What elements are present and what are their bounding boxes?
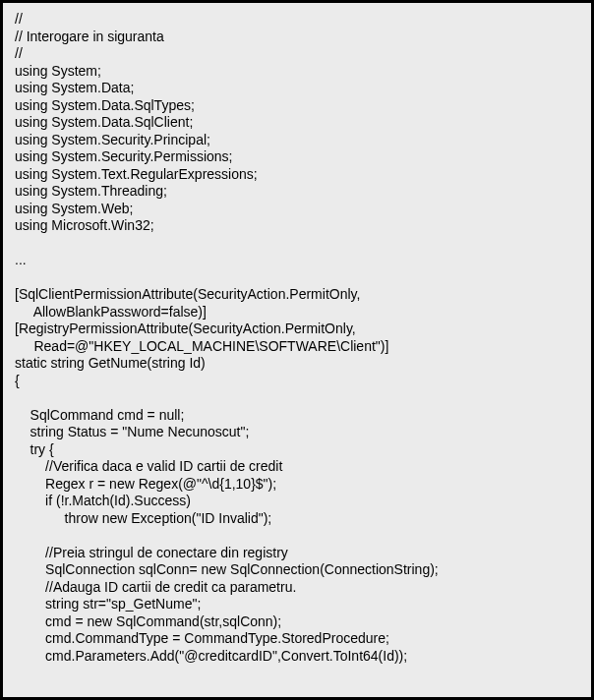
code-block: // // Interogare in siguranta // using S… [15,11,579,665]
code-frame: // // Interogare in siguranta // using S… [0,0,594,700]
